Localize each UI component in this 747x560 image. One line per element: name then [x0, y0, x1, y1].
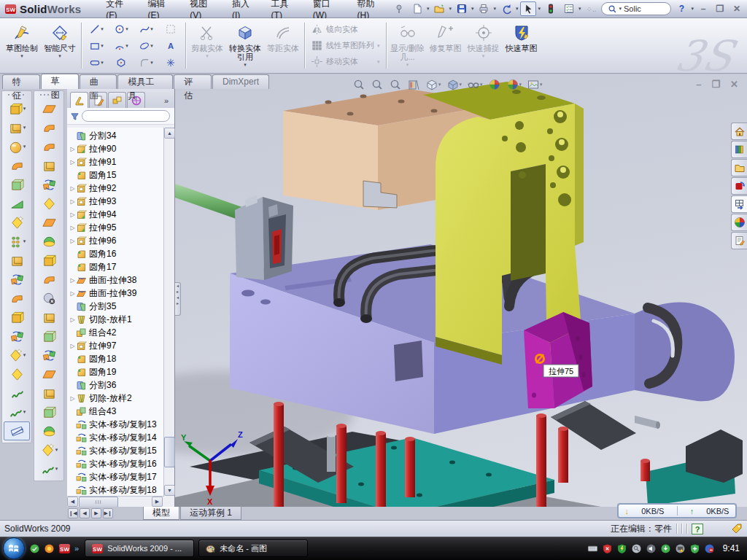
tab-nav-next[interactable]: ▶ — [91, 508, 101, 518]
sketch-rectangle-button[interactable]: ▾ — [84, 37, 109, 54]
tab-nav-first[interactable]: ❙◀ — [68, 508, 78, 518]
network-warning-icon[interactable] — [675, 543, 686, 554]
rebuild-button[interactable] — [543, 1, 559, 16]
tree-item-圆角15[interactable]: 圆角15 — [67, 168, 164, 182]
tree-item-曲面-拉伸39[interactable]: ▷ 曲面-拉伸39 — [67, 287, 164, 300]
expander-icon[interactable]: ▷ — [69, 316, 76, 323]
previous-view-button[interactable] — [389, 78, 402, 91]
ribbon-button-showdel[interactable]: 显示/删除几...▾ — [389, 20, 427, 71]
left-toolbar-button[interactable]: ▾ — [36, 459, 62, 478]
tab-nav-last[interactable]: ▶❙ — [103, 508, 113, 518]
tree-item-圆角16[interactable]: 圆角16 — [67, 247, 164, 260]
antivirus-shield-icon[interactable] — [616, 543, 627, 554]
minimize-button[interactable]: – — [696, 2, 711, 15]
tree-item-分割36[interactable]: 分割36 — [67, 378, 164, 392]
left-toolbar-button[interactable] — [36, 270, 62, 289]
model-tab-0[interactable]: 模型 — [143, 507, 179, 520]
left-toolbar-button[interactable] — [36, 384, 62, 402]
tree-item-圆角18[interactable]: 圆角18 — [67, 352, 164, 365]
tab-nav-prev[interactable]: ◀ — [80, 508, 90, 518]
ribbon-button-moveent[interactable]: 移动实体▾ — [307, 55, 384, 69]
sketch-spline-button[interactable]: ▾ — [133, 20, 158, 37]
sketch-line-button[interactable]: ▾ — [84, 20, 109, 37]
measure-tool-button[interactable] — [4, 421, 30, 440]
left-toolbar-button[interactable] — [36, 421, 62, 440]
tree-item-拉伸93[interactable]: ▷ 拉伸93 — [67, 195, 164, 208]
sketch-slot-button[interactable]: ▾ — [84, 54, 109, 71]
quicklaunch-app-icon[interactable] — [44, 543, 55, 554]
tree-vertical-scrollbar[interactable]: ▲ ▼ — [163, 128, 174, 496]
tree-item-拉伸96[interactable]: ▷ 拉伸96 — [67, 234, 164, 247]
expander-icon[interactable]: ▷ — [69, 159, 76, 166]
extra-toolbar-icon[interactable]: ⁘.. — [583, 1, 599, 16]
pin-toolbar-icon[interactable] — [391, 1, 407, 16]
part-core-fixture[interactable] — [235, 195, 293, 280]
expander-icon[interactable]: ▷ — [69, 277, 76, 284]
expander-icon[interactable]: ▷ — [69, 395, 76, 402]
ribbon-button-trim[interactable]: 剪裁实体▾ — [188, 20, 226, 71]
tree-item-分割35[interactable]: 分割35 — [67, 300, 164, 313]
ribbon-button-repair[interactable]: 修复草图 — [427, 20, 465, 71]
print-button[interactable] — [476, 1, 492, 16]
left-toolbar-button[interactable]: ▾ — [36, 440, 62, 459]
left-toolbar-button[interactable] — [4, 289, 30, 308]
ribbon-tab-1[interactable]: 草图 — [41, 74, 79, 89]
left-toolbar-button[interactable]: ▾ — [4, 137, 30, 156]
ribbon-button-sketch[interactable]: 草图绘制▾ — [3, 20, 41, 71]
ribbon-tab-3[interactable]: 模具工具 — [117, 74, 173, 89]
solidworks-resources-tab[interactable] — [731, 177, 747, 195]
sketch-polygon-button[interactable] — [109, 54, 133, 71]
tree-item-分割34[interactable]: 分割34 — [67, 129, 164, 142]
ribbon-tab-2[interactable]: 曲面 — [80, 74, 117, 89]
left-toolbar-button[interactable] — [36, 346, 62, 365]
tree-item-实体-移动/复制18[interactable]: 实体-移动/复制18 — [67, 483, 164, 496]
left-toolbar-button[interactable] — [4, 175, 30, 194]
model-tab-1[interactable]: 运动算例 1 — [180, 507, 241, 520]
sketch-point-button[interactable] — [158, 54, 183, 71]
taskbar-clock[interactable]: 9:41 — [723, 543, 740, 553]
tree-item-实体-移动/复制14[interactable]: 实体-移动/复制14 — [67, 431, 164, 444]
restore-button[interactable]: ❐ — [713, 2, 727, 15]
options-button[interactable] — [561, 1, 577, 16]
undo-button[interactable] — [498, 1, 514, 16]
left-toolbar-button[interactable] — [4, 327, 30, 346]
left-toolbar-button[interactable] — [4, 251, 30, 270]
expander-icon[interactable]: ▷ — [69, 146, 76, 152]
download-manager-icon[interactable] — [660, 543, 671, 554]
ribbon-tab-0[interactable]: 特征 — [2, 74, 40, 89]
left-toolbar-button[interactable]: ▾ — [4, 402, 30, 421]
tree-item-实体-移动/复制16[interactable]: 实体-移动/复制16 — [67, 457, 164, 470]
tree-item-实体-移动/复制13[interactable]: 实体-移动/复制13 — [67, 418, 164, 431]
volume-icon[interactable] — [646, 543, 657, 554]
tree-item-实体-移动/复制15[interactable]: 实体-移动/复制15 — [67, 444, 164, 457]
tree-item-拉伸90[interactable]: ▷ 拉伸90 — [67, 142, 164, 155]
tree-horizontal-scrollbar[interactable]: ◀ ΙΙΙ ▶ — [67, 496, 164, 507]
expander-icon[interactable]: ▷ — [69, 225, 76, 231]
sketch-ellipse-button[interactable]: ▾ — [133, 37, 158, 54]
tag-icon[interactable] — [731, 523, 743, 534]
doc-minimize-button[interactable]: – — [696, 79, 701, 90]
left-toolbar-button[interactable] — [36, 251, 62, 270]
sketch-corner-rectangle-button[interactable] — [158, 20, 183, 37]
tree-item-拉伸97[interactable]: ▷ 拉伸97 — [67, 339, 164, 352]
part-support-plate-right[interactable] — [640, 429, 743, 506]
view-settings-button[interactable]: ▾ — [506, 78, 522, 91]
ribbon-button-quicksketch[interactable]: 快速草图 — [503, 20, 541, 71]
expander-icon[interactable]: ▷ — [69, 185, 76, 192]
new-document-button[interactable] — [409, 1, 425, 16]
taskbar-task-1[interactable]: 未命名 - 画图 — [198, 540, 308, 557]
doc-restore-button[interactable]: ❐ — [711, 79, 720, 90]
featuremanager-tab[interactable] — [70, 92, 88, 108]
sketch-text-button[interactable]: A — [158, 37, 183, 54]
ribbon-button-snap[interactable]: 快速捕捉▾ — [465, 20, 503, 71]
quicklaunch-overflow[interactable]: » — [74, 544, 79, 553]
left-toolbar-button[interactable] — [36, 327, 62, 346]
view-palette-tab[interactable] — [731, 195, 747, 213]
taskbar-task-0[interactable]: SWSolidWorks 2009 - ... — [85, 540, 194, 557]
section-view-button[interactable] — [407, 78, 420, 91]
doc-close-button[interactable]: ✕ — [730, 79, 738, 90]
tree-item-切除-放样2[interactable]: ▷ 切除-放样2 — [67, 392, 164, 405]
security-alert-shield-icon[interactable] — [602, 543, 613, 554]
ribbon-button-linpattern[interactable]: 线性草图阵列▾ — [307, 39, 384, 53]
ribbon-button-convert[interactable]: 转换实体引用▾ — [226, 20, 264, 71]
